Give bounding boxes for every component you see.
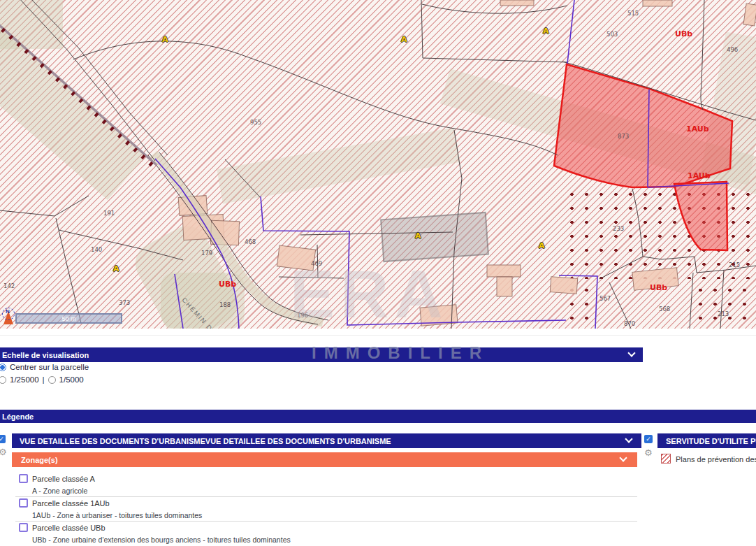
map-label-UBb: UBb [650, 283, 667, 292]
map-scale-bar: 50 m [15, 313, 122, 324]
scale-options: 1/25000 | 1/5000 [0, 375, 84, 384]
scale-25000-radio[interactable] [0, 376, 6, 384]
parcelle-1aub-label: Parcelle classée 1AUb [32, 499, 110, 508]
map-label-373: 373 [119, 299, 130, 306]
center-parcel-radio[interactable] [0, 364, 6, 371]
map-label-468: 468 [245, 238, 256, 245]
map-bottom-rule [0, 335, 756, 336]
chevron-down-icon[interactable] [619, 454, 627, 461]
parcelle-ubb-label: Parcelle classée UBb [32, 524, 106, 532]
divider [15, 521, 637, 522]
scale-5000-label: 1/5000 [59, 375, 84, 384]
parcelle-ubb-checkbox[interactable] [19, 523, 28, 532]
scale-bar-label: 50 m [61, 315, 75, 322]
map-label-213: 213 [718, 310, 729, 317]
chevron-down-icon[interactable] [627, 349, 635, 357]
compass-icon: N [1, 308, 16, 326]
center-parcel-option: Centrer sur la parcelle [0, 363, 89, 371]
map-label-A: A [543, 27, 549, 36]
compass-north-label: N [6, 308, 10, 315]
map-label-191: 191 [103, 210, 115, 217]
map-label-UBb: UBb [675, 29, 692, 38]
urbanisme-section-header[interactable]: VUE DETAILLEE DES DOCUMENTS D'URBANISMEV… [12, 433, 641, 448]
map-label-179: 179 [201, 250, 212, 257]
servitude-section-header[interactable]: SERVITUDE D'UTILITE PUBLIQ [657, 433, 756, 448]
scale-25000-label: 1/25000 [10, 375, 39, 384]
map-label-870: 870 [624, 320, 635, 327]
parcelle-ubb-description: UBb - Zone urbaine d'extension des bourg… [32, 536, 291, 544]
map-label-A: A [415, 231, 421, 240]
scale-panel-title: Echelle de visualisation [2, 351, 89, 359]
era-watermark: ERA [290, 256, 449, 329]
map-label-233: 233 [613, 225, 624, 232]
legend-title: Légende [2, 412, 34, 421]
parcelle-a-checkbox[interactable] [19, 474, 28, 483]
map-label-188: 188 [219, 301, 231, 308]
page: AAAAAAUBbUBbUBb1AUb1AUb87395550351549619… [0, 0, 756, 546]
immobilier-watermark: IMMOBILIER [312, 343, 489, 363]
map-label-503: 503 [606, 31, 618, 38]
zonage-section-title: Zonage(s) [21, 456, 58, 464]
map-label-496: 496 [727, 46, 738, 53]
servitude-layer-checkbox[interactable] [644, 435, 653, 443]
map-label-A: A [539, 241, 545, 250]
parcelle-a-label: Parcelle classée A [32, 475, 95, 483]
map-label-567: 567 [599, 295, 611, 302]
map-label-955: 955 [250, 119, 261, 126]
map-label-568: 568 [659, 306, 670, 312]
map-label-215: 215 [729, 261, 740, 268]
zonage-section-header[interactable]: Zonage(s) [12, 452, 637, 467]
map-label-1AUb: 1AUb [688, 171, 711, 180]
cadastral-map[interactable]: AAAAAAUBbUBbUBb1AUb1AUb87395550351549619… [0, 0, 756, 329]
map-label-A: A [113, 264, 119, 273]
red-hatch-legend-icon [661, 454, 671, 464]
map-label-A: A [162, 35, 168, 44]
urbanisme-layer-checkbox[interactable] [0, 435, 6, 443]
map-label-UBb: UBb [219, 280, 236, 289]
map-label-140: 140 [91, 246, 102, 253]
servitude-item-label: Plans de prévention des risqu [676, 455, 756, 464]
map-label-873: 873 [618, 133, 629, 140]
chevron-down-icon[interactable] [625, 435, 632, 443]
divider [15, 496, 637, 497]
parcelle-1aub-description: 1AUb - Zone à urbaniser - toitures tuile… [32, 511, 202, 519]
map-label-142: 142 [3, 282, 15, 289]
map-label-1AUb: 1AUb [686, 124, 709, 134]
gear-icon[interactable]: ⚙ [0, 447, 7, 457]
urbanisme-section-title: VUE DETAILLEE DES DOCUMENTS D'URBANISMEV… [20, 437, 391, 445]
scale-5000-radio[interactable] [48, 376, 56, 384]
map-label-A: A [401, 35, 407, 44]
gear-icon[interactable]: ⚙ [644, 448, 653, 457]
map-label-515: 515 [627, 10, 639, 17]
scale-separator: | [43, 375, 45, 384]
parcelle-1aub-checkbox[interactable] [19, 498, 28, 508]
parcelle-a-description: A - Zone agricole [32, 487, 87, 495]
servitude-section-title: SERVITUDE D'UTILITE PUBLIQ [666, 437, 756, 445]
legend-header[interactable]: Légende [0, 410, 756, 423]
center-parcel-label: Centrer sur la parcelle [10, 363, 89, 371]
